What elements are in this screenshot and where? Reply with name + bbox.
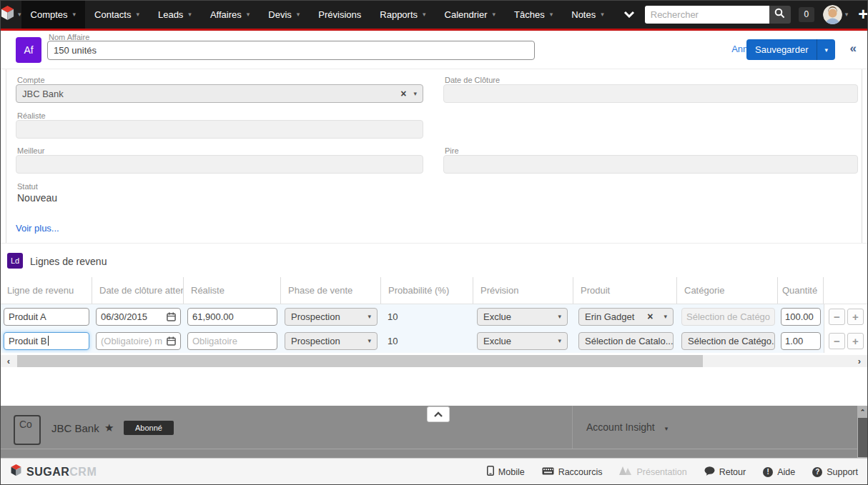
col-phase-de-vente: Phase de vente xyxy=(281,277,381,304)
row2-prevision-select[interactable]: Exclue▾ xyxy=(477,332,568,350)
add-row-button[interactable]: + xyxy=(847,309,864,325)
col-actions xyxy=(824,277,868,304)
add-row-button[interactable]: + xyxy=(847,333,864,349)
speech-bubble-icon xyxy=(704,466,715,478)
table-row: Prospection▾ 10 Exclue▾ Sélection de Cat… xyxy=(0,329,868,353)
sugarcrm-home-button[interactable]: ▾ xyxy=(0,0,21,29)
row2-quantite-input[interactable] xyxy=(781,332,821,350)
chevron-down-icon: ▾ xyxy=(188,11,192,18)
chevron-down-icon: ▾ xyxy=(845,11,849,18)
nav-item-affaires[interactable]: Affaires▾ xyxy=(201,0,259,29)
favorite-star-icon[interactable]: ★ xyxy=(104,421,114,434)
row2-produit-select[interactable]: Sélection de Catalo...▾ xyxy=(578,332,674,350)
brand-primary: SUGAR xyxy=(26,466,69,478)
user-menu[interactable]: ▾ xyxy=(823,5,849,24)
keyboard-icon xyxy=(542,467,554,477)
remove-row-button[interactable]: − xyxy=(829,333,845,349)
collapse-double-chevron-icon[interactable]: « xyxy=(850,41,857,56)
voir-plus-link[interactable]: Voir plus... xyxy=(16,223,59,234)
col-categorie: Catégorie xyxy=(677,277,778,304)
remove-row-button[interactable]: − xyxy=(829,309,845,325)
statut-label: Statut xyxy=(17,182,38,191)
nav-item-rapports[interactable]: Rapports▾ xyxy=(370,0,435,29)
scroll-left-arrow-icon[interactable]: ‹ xyxy=(0,355,17,367)
footer-link-presentation[interactable]: Présentation xyxy=(619,466,686,477)
save-button[interactable]: Sauvegarder ▾ xyxy=(746,39,835,60)
row2-date-input[interactable] xyxy=(96,332,181,350)
row1-phase-select[interactable]: Prospection▾ xyxy=(285,308,378,326)
chevron-down-icon: ▾ xyxy=(362,313,371,320)
row1-date-input[interactable] xyxy=(96,308,181,326)
scroll-up-arrow-icon[interactable]: ⌃ xyxy=(857,407,868,416)
save-dropdown-caret[interactable]: ▾ xyxy=(817,39,835,60)
sugarcrm-footer-logo[interactable]: SUGARCRM xyxy=(10,464,97,480)
nav-item-comptes[interactable]: Comptes▾ xyxy=(21,0,86,29)
panel-divider xyxy=(572,406,573,449)
cube-logo-icon xyxy=(10,464,22,480)
compte-label: Compte xyxy=(17,76,45,84)
calendar-icon[interactable] xyxy=(167,312,180,321)
more-modules-button[interactable] xyxy=(613,0,645,29)
row2-realiste-input[interactable] xyxy=(187,332,277,350)
meilleur-field xyxy=(16,155,423,174)
horizontal-scrollbar[interactable]: ‹ › xyxy=(0,355,868,367)
expand-panel-button[interactable] xyxy=(427,406,450,422)
realiste-label: Réaliste xyxy=(17,111,46,120)
question-circle-icon: ? xyxy=(812,467,822,477)
col-prevision: Prévision xyxy=(473,277,573,304)
row2-name-input[interactable] xyxy=(4,332,89,350)
clear-icon[interactable]: × xyxy=(647,311,653,322)
compte-select[interactable]: JBC Bank × ▾ xyxy=(16,84,423,103)
col-date-cloture: Date de clôture atten... xyxy=(92,277,184,304)
vertical-scrollbar[interactable]: ⌃ xyxy=(857,406,868,458)
nav-item-leads[interactable]: Leads▾ xyxy=(149,0,201,29)
footer-link-support[interactable]: ? Support xyxy=(812,467,858,477)
cube-logo-icon xyxy=(0,5,15,24)
nav-item-notes[interactable]: Notes▾ xyxy=(562,0,613,29)
clear-icon[interactable]: × xyxy=(400,88,406,99)
notification-count-badge[interactable]: 0 xyxy=(799,7,814,22)
global-search[interactable]: ▾ xyxy=(645,6,769,24)
scrollbar-thumb[interactable] xyxy=(17,355,703,367)
pire-field xyxy=(443,155,858,174)
row1-realiste-input[interactable] xyxy=(187,308,277,326)
nav-item-devis[interactable]: Devis▾ xyxy=(259,0,309,29)
scroll-right-arrow-icon[interactable]: › xyxy=(851,355,868,367)
footer-link-mobile[interactable]: Mobile xyxy=(487,466,525,478)
panel-right-edge xyxy=(862,69,862,246)
row1-name-input[interactable] xyxy=(4,308,89,326)
nav-item-calendrier[interactable]: Calendrier▾ xyxy=(435,0,505,29)
chevron-down-icon: ▾ xyxy=(297,11,300,18)
footer-link-aide[interactable]: ! Aide xyxy=(763,467,795,477)
scrollbar-thumb[interactable] xyxy=(858,418,867,457)
realiste-field xyxy=(16,120,423,139)
footer-link-retour[interactable]: Retour xyxy=(704,466,746,478)
subscribe-badge[interactable]: Abonné xyxy=(124,421,174,435)
search-input[interactable] xyxy=(645,9,782,20)
calendar-icon[interactable] xyxy=(167,336,180,346)
date-cloture-field xyxy=(443,84,858,103)
record-fields-panel: Compte JBC Bank × ▾ Date de Clôture Réal… xyxy=(0,69,868,243)
chevron-down-icon: ▾ xyxy=(552,337,561,344)
row1-quantite-input[interactable] xyxy=(781,308,821,326)
module-badge-affaire: Af xyxy=(16,37,41,63)
row2-phase-select[interactable]: Prospection▾ xyxy=(285,332,378,350)
row1-probabilite-value: 10 xyxy=(381,311,398,322)
account-insight-dropdown[interactable]: Account Insight ▾ xyxy=(586,421,668,433)
row1-prevision-select[interactable]: Exclue▾ xyxy=(477,308,568,326)
record-header: Af Nom Affaire Annuler Sauvegarder ▾ « xyxy=(0,31,868,69)
row1-produit-select[interactable]: Erin Gadget × ▾ xyxy=(578,308,674,326)
chevron-down-icon: ▾ xyxy=(247,11,250,18)
name-input[interactable] xyxy=(47,41,535,60)
row2-categorie-select[interactable]: Sélection de Catégo...▾ xyxy=(681,332,775,350)
nav-item-previsions[interactable]: Prévisions xyxy=(309,0,370,29)
chevron-down-icon[interactable]: ▾ xyxy=(413,90,417,97)
quick-create-plus-icon[interactable]: + xyxy=(858,6,868,23)
nav-item-contacts[interactable]: Contacts▾ xyxy=(85,0,149,29)
table-header-row: Ligne de revenu Date de clôture atten...… xyxy=(0,277,868,304)
search-button[interactable] xyxy=(769,6,791,24)
presentation-icon xyxy=(619,466,632,477)
nav-item-taches[interactable]: Tâches▾ xyxy=(505,0,562,29)
chevron-down-icon: ▾ xyxy=(136,11,139,18)
footer-link-raccourcis[interactable]: Raccourcis xyxy=(542,467,603,477)
